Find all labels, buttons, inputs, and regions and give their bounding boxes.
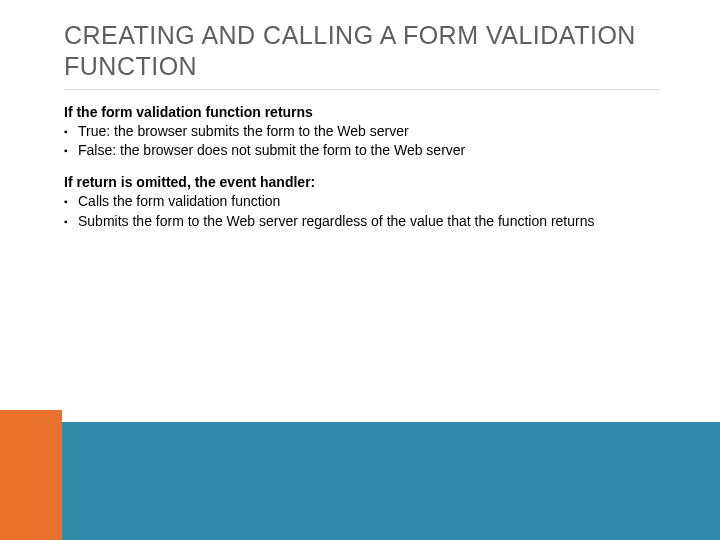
list-item: Calls the form validation function: [64, 192, 660, 211]
list-item: False: the browser does not submit the f…: [64, 141, 660, 160]
footer-teal-block: [0, 422, 720, 540]
list-item: Submits the form to the Web server regar…: [64, 212, 660, 231]
slide: CREATING AND CALLING A FORM VALIDATION F…: [0, 0, 720, 540]
slide-footer: [0, 410, 720, 540]
section-1-lead: If the form validation function returns: [64, 104, 660, 120]
slide-content: CREATING AND CALLING A FORM VALIDATION F…: [0, 0, 720, 231]
section-2-list: Calls the form validation function Submi…: [64, 192, 660, 231]
footer-orange-block: [0, 410, 62, 540]
section-1-list: True: the browser submits the form to th…: [64, 122, 660, 161]
list-item: True: the browser submits the form to th…: [64, 122, 660, 141]
section-2-lead: If return is omitted, the event handler:: [64, 174, 660, 190]
slide-title: CREATING AND CALLING A FORM VALIDATION F…: [64, 20, 660, 90]
